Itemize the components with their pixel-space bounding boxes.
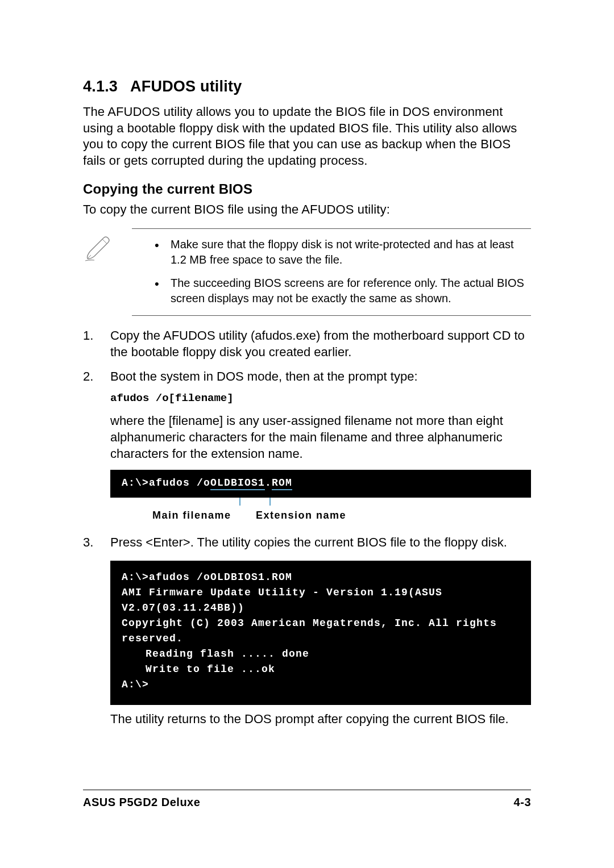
intro-paragraph: The AFUDOS utility allows you to update … [83,104,531,169]
step-after-text: The utility returns to the DOS prompt af… [110,711,531,727]
step-explain: where the [filename] is any user-assigne… [110,412,531,462]
terminal-line: A:\> [122,677,520,692]
terminal-main-filename: OLDBIOS1 [210,477,265,490]
terminal-line: AMI Firmware Update Utility - Version 1.… [122,585,520,616]
tick-mark [239,498,240,506]
terminal-ext: ROM [272,477,292,490]
terminal-output-1: A:\>afudos /oOLDBIOS1.ROM [110,470,531,498]
step-1: Copy the AFUDOS utility (afudos.exe) fro… [83,327,531,360]
terminal-output-2: A:\>afudos /oOLDBIOS1.ROM AMI Firmware U… [110,561,531,705]
command-text: afudos /o[filename] [110,391,531,406]
subheading: Copying the current BIOS [83,181,531,197]
section-heading: 4.1.3AFUDOS utility [83,78,531,95]
sub-intro: To copy the current BIOS file using the … [83,202,531,218]
tick-mark [269,498,271,506]
label-main-filename: Main filename [152,509,231,523]
step-text: Copy the AFUDOS utility (afudos.exe) fro… [110,327,531,360]
step-text: Boot the system in DOS mode, then at the… [110,368,531,385]
note-item: Make sure that the floppy disk is not wr… [155,237,531,268]
section-number: 4.1.3 [83,78,118,95]
svg-line-0 [102,239,107,244]
footer-product: ASUS P5GD2 Deluxe [83,796,200,809]
terminal-line: Write to file ...ok [122,662,520,677]
pen-note-icon [83,235,114,263]
note-item: The succeeding BIOS screens are for refe… [155,276,531,306]
step-2: Boot the system in DOS mode, then at the… [83,368,531,526]
note-block: Make sure that the floppy disk is not wr… [132,228,531,316]
terminal-dot: . [265,477,272,489]
terminal-line: Reading flash ..... done [122,646,520,662]
label-extension-name: Extension name [256,509,346,523]
terminal-prefix: A:\>afudos /o [122,477,210,489]
page-footer: ASUS P5GD2 Deluxe 4-3 [83,790,531,809]
footer-page-number: 4-3 [514,796,531,809]
step-text: Press <Enter>. The utility copies the cu… [110,534,531,550]
section-title: AFUDOS utility [130,78,242,95]
terminal-line: Copyright (C) 2003 American Megatrends, … [122,616,520,646]
terminal-labels: Main filename Extension name [110,501,531,526]
terminal-line: A:\>afudos /oOLDBIOS1.ROM [122,570,520,585]
step-3: Press <Enter>. The utility copies the cu… [83,534,531,727]
